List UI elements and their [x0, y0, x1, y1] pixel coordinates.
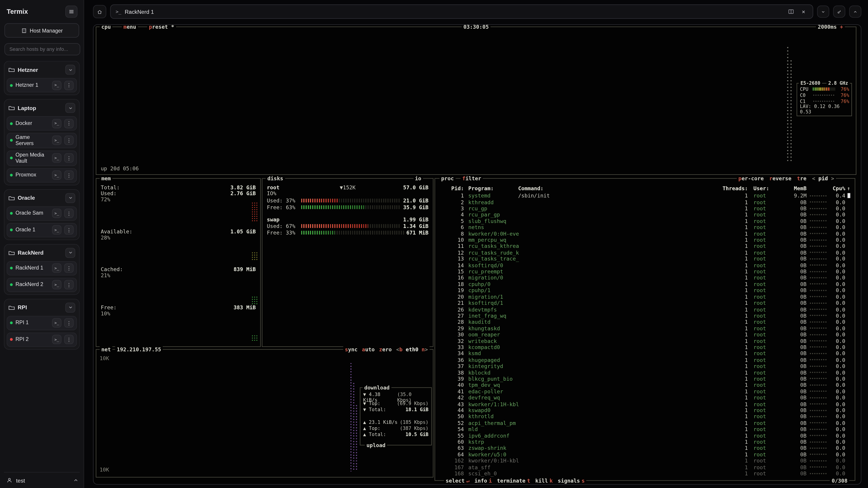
terminal-connect-button[interactable]: >_: [52, 280, 61, 290]
host-row[interactable]: Oracle 1>_⋮: [6, 223, 77, 237]
proc-row[interactable]: 13rcu_tasks_trace_1root0B0.0: [435, 256, 855, 262]
host-row[interactable]: Oracle Sam>_⋮: [6, 206, 77, 221]
proc-shortcut[interactable]: killk: [535, 477, 553, 484]
proc-row[interactable]: 168scsi_eh_01root0B0.0: [435, 470, 855, 477]
net-option-button[interactable]: auto: [362, 346, 375, 352]
proc-row[interactable]: 60kstrp1root0B0.0: [435, 439, 855, 445]
proc-row[interactable]: 2kthreadd1root0B0.0: [435, 199, 855, 205]
proc-row[interactable]: 64kworker/u5:01root0B0.0: [435, 451, 855, 458]
terminal-connect-button[interactable]: >_: [52, 335, 61, 344]
kebab-menu-button[interactable]: ⋮: [64, 119, 74, 128]
proc-row[interactable]: 42devfreq_wq1root0B0.0: [435, 394, 855, 401]
preset-button[interactable]: preset *: [147, 24, 176, 30]
group-header[interactable]: Laptop: [6, 102, 77, 114]
host-row[interactable]: RPI 2>_⋮: [6, 332, 77, 347]
collapse-button[interactable]: [817, 5, 829, 18]
proc-row[interactable]: 36khugepaged1root0B0.0: [435, 357, 855, 363]
proc-row[interactable]: 3rcu_gp1root0B0.0: [435, 205, 855, 212]
search-input[interactable]: [4, 43, 81, 55]
kebab-menu-button[interactable]: ⋮: [64, 318, 74, 328]
proc-row[interactable]: 21ksoftirqd/11root0B0.0: [435, 300, 855, 306]
proc-row[interactable]: 32writeback1root0B0.0: [435, 338, 855, 344]
kebab-menu-button[interactable]: ⋮: [64, 335, 74, 344]
proc-row[interactable]: 43kworker/1:1H-kbl1root0B0.0: [435, 401, 855, 407]
group-header[interactable]: RackNerd: [6, 247, 77, 259]
kebab-menu-button[interactable]: ⋮: [64, 170, 74, 180]
proc-row[interactable]: 50kthrotld1root0B0.0: [435, 414, 855, 420]
proc-row[interactable]: 6netns1root0B0.0: [435, 224, 855, 230]
menu-button[interactable]: menu: [122, 24, 138, 30]
proc-row[interactable]: 44kswapd01root0B0.0: [435, 407, 855, 414]
split-view-icon[interactable]: [786, 7, 796, 16]
chevron-down-icon[interactable]: [65, 248, 75, 258]
proc-row[interactable]: 63zswap-shrink1root0B0.0: [435, 445, 855, 451]
chevron-down-icon[interactable]: [65, 302, 75, 313]
sort-selector[interactable]: < pid >: [812, 175, 834, 182]
proc-row[interactable]: 26kdevtmpfs1root0B0.0: [435, 306, 855, 313]
proc-row[interactable]: 14ksoftirqd/01root0B0.0: [435, 262, 855, 268]
net-option-button[interactable]: zero: [379, 346, 392, 352]
proc-shortcut[interactable]: signalss: [558, 477, 585, 484]
proc-row[interactable]: 38kblockd1root0B0.0: [435, 369, 855, 376]
terminal-connect-button[interactable]: >_: [52, 153, 61, 163]
terminal-connect-button[interactable]: >_: [52, 170, 61, 180]
proc-row[interactable]: 16migration/01root0B0.0: [435, 274, 855, 281]
proc-row[interactable]: 30oom_reaper1root0B0.0: [435, 331, 855, 338]
proc-shortcut[interactable]: select↵: [445, 477, 469, 484]
kebab-menu-button[interactable]: ⋮: [64, 80, 74, 90]
io-mode-button[interactable]: io: [413, 175, 423, 182]
group-header[interactable]: Hetzner: [6, 64, 77, 76]
host-row[interactable]: Hetzner 1>_⋮: [6, 78, 77, 92]
proc-shortcut[interactable]: infoi: [474, 477, 492, 484]
terminal-connect-button[interactable]: >_: [52, 119, 61, 128]
expand-button[interactable]: [849, 5, 862, 18]
proc-option-button[interactable]: reverse: [769, 175, 792, 182]
proc-row[interactable]: 39blkcg_punt_bio1root0B0.0: [435, 376, 855, 382]
kebab-menu-button[interactable]: ⋮: [64, 153, 74, 163]
proc-row[interactable]: 29khungtaskd1root0B0.0: [435, 325, 855, 331]
chevron-down-icon[interactable]: [65, 193, 75, 203]
home-button[interactable]: [93, 5, 106, 18]
proc-row[interactable]: 10mm_percpu_wq1root0B0.0: [435, 237, 855, 243]
filter-button[interactable]: filter: [461, 175, 483, 182]
proc-row[interactable]: 12rcu_tasks_rude_k1root0B0.0: [435, 250, 855, 256]
proc-row[interactable]: 27inet_frag_wq1root0B0.0: [435, 313, 855, 319]
host-row[interactable]: RPI 1>_⋮: [6, 316, 77, 330]
proc-row[interactable]: 5slub_flushwq1root0B0.0: [435, 218, 855, 224]
proc-row[interactable]: 55ipv6_addrconf1root0B0.0: [435, 432, 855, 439]
host-row[interactable]: Open Media Vault>_⋮: [6, 151, 77, 166]
kebab-menu-button[interactable]: ⋮: [64, 209, 74, 218]
chevron-down-icon[interactable]: [65, 103, 75, 113]
proc-row[interactable]: 8kworker/0:0H-eve1root0B0.0: [435, 230, 855, 237]
proc-row[interactable]: 33kcompactd01root0B0.0: [435, 344, 855, 350]
net-option-button[interactable]: sync: [345, 346, 358, 352]
proc-row[interactable]: 1systemd/sbin/init1root9.2M0.4: [435, 193, 855, 199]
proc-row[interactable]: 20migration/11root0B0.0: [435, 293, 855, 300]
terminal-connect-button[interactable]: >_: [52, 318, 61, 328]
hamburger-menu-button[interactable]: [65, 5, 78, 18]
chevron-down-icon[interactable]: [65, 65, 75, 75]
kebab-menu-button[interactable]: ⋮: [64, 280, 74, 290]
host-row[interactable]: Docker>_⋮: [6, 116, 77, 131]
proc-row[interactable]: 34ksmd1root0B0.0: [435, 350, 855, 357]
terminal-screen[interactable]: cpu menu preset * 03:30:05 2000ms + E5-2…: [93, 24, 861, 485]
group-header[interactable]: RPI: [6, 301, 77, 314]
host-row[interactable]: Proxmox>_⋮: [6, 168, 77, 183]
terminal-tab[interactable]: >_ RackNerd 1: [110, 4, 813, 19]
proc-row[interactable]: 162kworker/0:1H-kbl1root0B0.0: [435, 457, 855, 464]
proc-row[interactable]: 52acpi_thermal_pm1root0B0.0: [435, 420, 855, 426]
ssh-keys-button[interactable]: [833, 5, 845, 18]
proc-shortcut[interactable]: terminatet: [497, 477, 530, 484]
close-tab-icon[interactable]: [799, 7, 808, 16]
terminal-connect-button[interactable]: >_: [52, 136, 61, 145]
sidebar-footer[interactable]: test: [4, 472, 80, 484]
host-row[interactable]: RackNerd 1>_⋮: [6, 261, 77, 275]
host-row[interactable]: Game Servers>_⋮: [6, 133, 77, 148]
terminal-connect-button[interactable]: >_: [52, 80, 61, 90]
proc-row[interactable]: 28kauditd1root0B0.0: [435, 319, 855, 325]
proc-row[interactable]: 167ata_sff1root0B0.0: [435, 464, 855, 470]
host-manager-button[interactable]: Host Manager: [4, 23, 79, 38]
proc-row[interactable]: 18cpuhp/01root0B0.0: [435, 281, 855, 287]
host-row[interactable]: RackNerd 2>_⋮: [6, 278, 77, 292]
refresh-interval[interactable]: 2000ms +: [816, 24, 845, 30]
